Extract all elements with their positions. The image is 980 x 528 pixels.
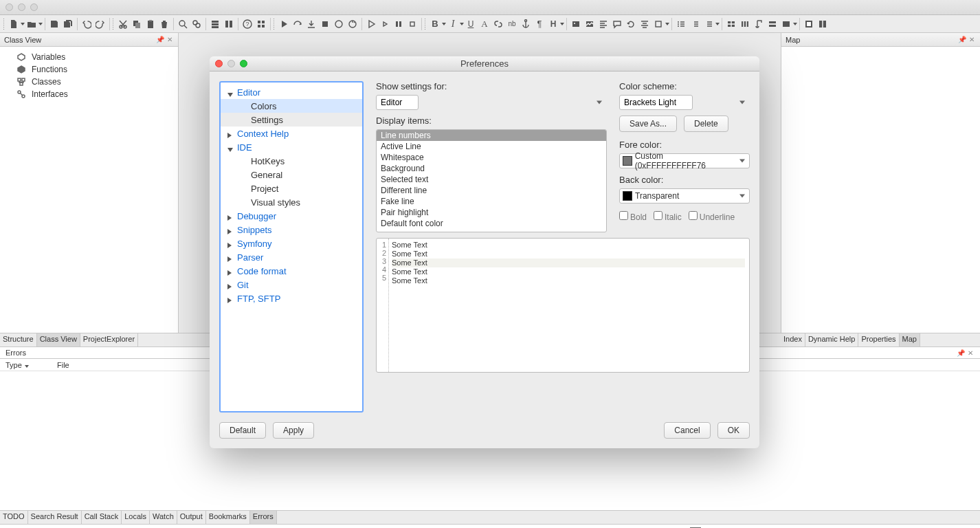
refresh-icon[interactable]	[625, 18, 637, 30]
close-icon[interactable]: ✕	[166, 36, 174, 44]
tree-debugger[interactable]: Debugger	[221, 209, 362, 223]
tree-editor[interactable]: Editor	[221, 85, 362, 99]
paragraph-icon[interactable]: ¶	[533, 18, 546, 30]
list-item[interactable]: Whitespace	[377, 152, 606, 163]
olist-icon[interactable]	[689, 18, 701, 30]
tree-ftp[interactable]: FTP, SFTP	[221, 292, 362, 305]
dropdown-icon[interactable]	[715, 19, 720, 30]
tab-map[interactable]: Map	[900, 333, 920, 346]
pin-icon[interactable]: 📌	[958, 36, 966, 44]
close-icon[interactable]	[215, 60, 223, 67]
dropdown-icon[interactable]	[21, 19, 25, 30]
link-icon[interactable]	[492, 18, 504, 30]
restart-icon[interactable]	[346, 18, 359, 30]
tree-git[interactable]: Git	[221, 278, 362, 292]
toggle-panel2-icon[interactable]	[223, 18, 235, 30]
save-all-icon[interactable]	[62, 18, 74, 30]
tab-search-result[interactable]: Search Result	[28, 511, 82, 524]
bold-checkbox[interactable]: Bold	[619, 211, 647, 222]
image-icon[interactable]	[570, 18, 582, 30]
dropdown-icon[interactable]	[793, 19, 797, 30]
box-icon[interactable]	[652, 18, 665, 30]
list-icon[interactable]	[675, 18, 687, 30]
table2-icon[interactable]	[739, 18, 751, 30]
open-icon[interactable]	[25, 18, 38, 30]
list-item[interactable]: Default font color	[377, 218, 606, 229]
zoom-icon[interactable]	[30, 3, 38, 11]
anchor-icon[interactable]	[520, 18, 532, 30]
tab-watch[interactable]: Watch	[150, 511, 177, 524]
cancel-button[interactable]: Cancel	[664, 422, 710, 439]
delete-button[interactable]: Delete	[684, 116, 728, 132]
dropdown-icon[interactable]	[665, 19, 669, 30]
list-item[interactable]: Fake line	[377, 196, 606, 207]
tree-item-functions[interactable]: Functions	[5, 63, 172, 76]
grid-icon[interactable]	[255, 18, 267, 30]
pin-icon[interactable]: 📌	[156, 36, 164, 44]
center-icon[interactable]	[638, 18, 651, 30]
new-file-icon[interactable]	[8, 18, 20, 30]
tree-item-interfaces[interactable]: Interfaces	[5, 88, 172, 100]
toggle-panel-icon[interactable]	[209, 18, 221, 30]
find-in-files-icon[interactable]	[190, 18, 203, 30]
tree-snippets[interactable]: Snippets	[221, 223, 362, 236]
comment-icon[interactable]	[611, 18, 623, 30]
tree-code-format[interactable]: Code format	[221, 264, 362, 278]
close-icon[interactable]: ✕	[966, 349, 975, 357]
delete-icon[interactable]	[158, 18, 170, 30]
minimize-icon[interactable]	[18, 3, 25, 11]
tab-properties[interactable]: Properties	[858, 333, 899, 346]
underline-checkbox[interactable]: Underline	[689, 211, 735, 222]
tree-settings[interactable]: Settings	[221, 113, 362, 126]
close-icon[interactable]	[5, 3, 13, 11]
tab-class-view[interactable]: Class View	[37, 333, 80, 346]
list-item[interactable]: Selected text	[377, 174, 606, 185]
bold-icon[interactable]: B	[429, 18, 441, 30]
script-icon[interactable]	[753, 18, 765, 30]
tab-bookmarks[interactable]: Bookmarks	[206, 511, 250, 524]
font-icon[interactable]: A	[478, 18, 491, 30]
paste-icon[interactable]	[144, 18, 157, 30]
step-into-icon[interactable]	[305, 18, 318, 30]
col-file[interactable]: File	[52, 361, 75, 369]
default-button[interactable]: Default	[219, 422, 266, 439]
italic-checkbox[interactable]: Italic	[654, 211, 682, 222]
heading-icon[interactable]: H	[547, 18, 559, 30]
copy-icon[interactable]	[131, 18, 143, 30]
show-settings-select[interactable]: Editor	[376, 95, 419, 110]
tree-ide[interactable]: IDE	[221, 140, 362, 154]
tab-output[interactable]: Output	[177, 511, 206, 524]
cut-icon[interactable]	[117, 18, 129, 30]
tree-colors[interactable]: Colors	[221, 99, 362, 113]
fore-color-select[interactable]: Custom (0xFFFFFFFFFF76	[619, 153, 750, 168]
tab-structure[interactable]: Structure	[0, 333, 37, 346]
pause-icon[interactable]	[392, 18, 405, 30]
step-over-icon[interactable]	[291, 18, 304, 30]
display-items-list[interactable]: Line numbers Active Line Whitespace Back…	[376, 129, 607, 232]
stop-icon[interactable]	[319, 18, 331, 30]
list-item[interactable]: Line numbers	[377, 130, 606, 141]
play-small-icon[interactable]	[379, 18, 391, 30]
redo-icon[interactable]	[94, 18, 107, 30]
tree-visual-styles[interactable]: Visual styles	[221, 195, 362, 209]
frame-icon[interactable]	[803, 18, 815, 30]
dropdown-icon[interactable]	[442, 19, 446, 30]
pin-icon[interactable]: 📌	[957, 349, 965, 357]
tab-todo[interactable]: TODO	[0, 511, 28, 524]
list-item[interactable]: Active Line	[377, 141, 606, 152]
apply-button[interactable]: Apply	[273, 422, 314, 439]
save-icon[interactable]	[48, 18, 60, 30]
tab-errors[interactable]: Errors	[250, 511, 277, 524]
run-icon[interactable]	[278, 18, 290, 30]
zoom-icon[interactable]	[240, 60, 247, 67]
tree-item-variables[interactable]: Variables	[5, 51, 172, 63]
align-icon[interactable]	[597, 18, 610, 30]
dropdown-icon[interactable]	[560, 19, 564, 30]
tree-general[interactable]: General	[221, 168, 362, 182]
tab-project-explorer[interactable]: ProjectExplorer	[80, 333, 138, 346]
tree-hotkeys[interactable]: HotKeys	[221, 154, 362, 168]
italic-icon[interactable]: I	[447, 18, 459, 30]
tab-call-stack[interactable]: Call Stack	[82, 511, 122, 524]
dropdown-icon[interactable]	[460, 19, 464, 30]
undo-icon[interactable]	[80, 18, 93, 30]
